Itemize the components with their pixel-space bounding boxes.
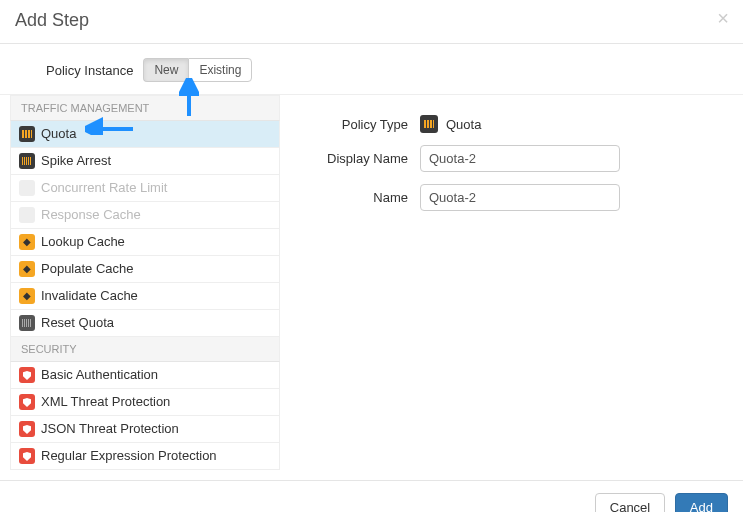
sidebar-item-label: Populate Cache — [41, 260, 134, 278]
name-input[interactable] — [420, 184, 620, 211]
modal-body: Policy Instance New Existing TRAFFIC MAN… — [0, 44, 743, 480]
response-cache-icon — [19, 207, 35, 223]
policy-instance-label: Policy Instance — [46, 63, 133, 78]
section-header-security: SECURITY — [10, 336, 280, 362]
annotation-arrow-new-icon — [179, 78, 199, 118]
populate-cache-icon — [19, 261, 35, 277]
section-header-traffic: TRAFFIC MANAGEMENT — [10, 95, 280, 121]
sidebar-item-label: Spike Arrest — [41, 152, 111, 170]
policy-type-value: Quota — [420, 115, 481, 133]
sidebar-item-basic-authentication[interactable]: Basic Authentication — [11, 362, 279, 389]
form-row-display-name: Display Name — [310, 145, 723, 172]
policy-instance-row: Policy Instance New Existing — [0, 44, 743, 95]
sidebar-item-label: Regular Expression Protection — [41, 447, 217, 465]
sidebar-item-label: Lookup Cache — [41, 233, 125, 251]
sidebar-item-label: Quota — [41, 125, 76, 143]
quota-icon — [19, 126, 35, 142]
close-icon[interactable]: × — [717, 8, 729, 28]
modal-title: Add Step — [15, 10, 728, 31]
form-row-policy-type: Policy Type Quota — [310, 115, 723, 133]
sidebar-item-label: XML Threat Protection — [41, 393, 170, 411]
sidebar-item-label: Concurrent Rate Limit — [41, 179, 167, 197]
sidebar-item-label: Invalidate Cache — [41, 287, 138, 305]
modal-header: Add Step × — [0, 0, 743, 44]
sidebar-item-quota[interactable]: Quota — [11, 121, 279, 148]
concurrent-rate-limit-icon — [19, 180, 35, 196]
annotation-arrow-quota-icon — [85, 115, 135, 135]
sidebar-item-label: Basic Authentication — [41, 366, 158, 384]
lookup-cache-icon — [19, 234, 35, 250]
policy-type-label: Policy Type — [310, 117, 420, 132]
add-button[interactable]: Add — [675, 493, 728, 512]
sidebar-item-response-cache[interactable]: Response Cache — [11, 202, 279, 229]
policy-type-sidebar: TRAFFIC MANAGEMENT Quota Spike Arrest — [0, 95, 280, 470]
name-label: Name — [310, 190, 420, 205]
sidebar-item-json-threat-protection[interactable]: JSON Threat Protection — [11, 416, 279, 443]
sidebar-item-xml-threat-protection[interactable]: XML Threat Protection — [11, 389, 279, 416]
spike-arrest-icon — [19, 153, 35, 169]
sidebar-item-label: JSON Threat Protection — [41, 420, 179, 438]
list-security: Basic Authentication XML Threat Protecti… — [10, 362, 280, 470]
json-threat-icon — [19, 421, 35, 437]
sidebar-item-label: Reset Quota — [41, 314, 114, 332]
modal-footer: Cancel Add — [0, 480, 743, 512]
sidebar-item-lookup-cache[interactable]: Lookup Cache — [11, 229, 279, 256]
basic-auth-icon — [19, 367, 35, 383]
add-step-modal: Add Step × Policy Instance New Existing … — [0, 0, 743, 512]
sidebar-item-populate-cache[interactable]: Populate Cache — [11, 256, 279, 283]
sidebar-item-label: Response Cache — [41, 206, 141, 224]
form-row-name: Name — [310, 184, 723, 211]
list-traffic: Quota Spike Arrest Concurrent Rate Limit — [10, 121, 280, 336]
cancel-button[interactable]: Cancel — [595, 493, 665, 512]
display-name-input[interactable] — [420, 145, 620, 172]
xml-threat-icon — [19, 394, 35, 410]
sidebar-item-spike-arrest[interactable]: Spike Arrest — [11, 148, 279, 175]
invalidate-cache-icon — [19, 288, 35, 304]
sidebar-item-regex-protection[interactable]: Regular Expression Protection — [11, 443, 279, 469]
sidebar-item-invalidate-cache[interactable]: Invalidate Cache — [11, 283, 279, 310]
quota-icon — [420, 115, 438, 133]
sidebar-item-reset-quota[interactable]: Reset Quota — [11, 310, 279, 336]
main-area: TRAFFIC MANAGEMENT Quota Spike Arrest — [0, 95, 743, 470]
regex-protection-icon — [19, 448, 35, 464]
reset-quota-icon — [19, 315, 35, 331]
display-name-label: Display Name — [310, 151, 420, 166]
policy-type-text: Quota — [446, 117, 481, 132]
policy-form: Policy Type Quota Display Name Name — [280, 95, 743, 470]
sidebar-item-concurrent-rate-limit[interactable]: Concurrent Rate Limit — [11, 175, 279, 202]
